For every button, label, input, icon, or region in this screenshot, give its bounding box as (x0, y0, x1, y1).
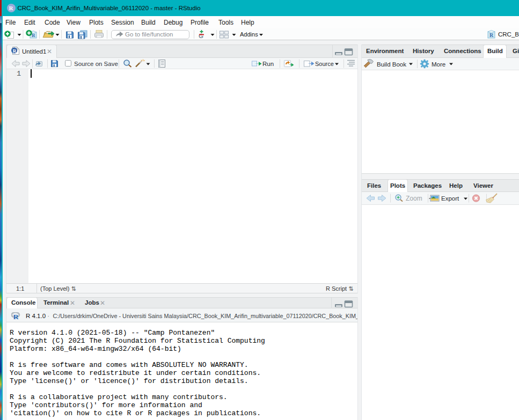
svg-text:G: G (199, 33, 203, 39)
svg-text:Build Book: Build Book (377, 61, 406, 68)
svg-text:Export: Export (441, 195, 459, 202)
svg-text:More: More (432, 61, 445, 68)
svg-text:CRC_Book: CRC_Book (498, 31, 519, 38)
svg-text:R: R (13, 48, 17, 54)
svg-text:Go to file/function: Go to file/function (125, 31, 173, 38)
svg-text:Source: Source (315, 61, 334, 67)
svg-text:Addins: Addins (240, 31, 258, 38)
svg-text:Source on Save: Source on Save (74, 61, 118, 67)
svg-text:R: R (489, 32, 494, 38)
svg-text:R: R (32, 33, 35, 38)
svg-text:Zoom: Zoom (406, 195, 422, 202)
svg-text:Run: Run (262, 61, 274, 67)
svg-text:R: R (13, 313, 19, 320)
